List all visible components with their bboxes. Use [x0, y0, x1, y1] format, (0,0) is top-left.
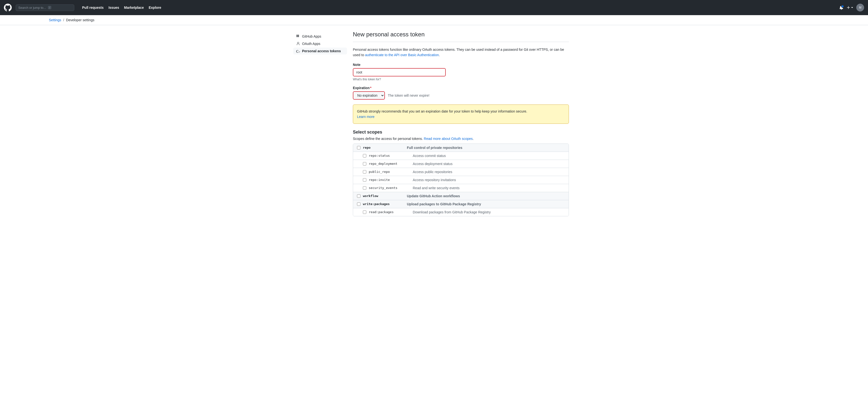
required-asterisk: * — [370, 86, 371, 90]
scope-checkbox-public-repo[interactable] — [363, 170, 366, 174]
scope-checkbox-repo-deployment[interactable] — [363, 162, 366, 166]
sidebar-item-personal-access-tokens-label: Personal access tokens — [302, 49, 341, 53]
description-part2: . — [439, 53, 440, 57]
title-divider — [353, 42, 569, 42]
topnav-right: M — [839, 4, 864, 11]
nav-marketplace[interactable]: Marketplace — [122, 5, 146, 10]
expiration-label: Expiration* — [353, 86, 569, 90]
breadcrumb-settings-link[interactable]: Settings — [49, 18, 61, 22]
scope-name-write-packages: write:packages — [363, 202, 407, 206]
scopes-table: repo Full control of private repositorie… — [353, 144, 569, 216]
sidebar-item-github-apps-label: GitHub Apps — [302, 34, 321, 38]
scope-desc-write-packages: Upload packages to GitHub Package Regist… — [407, 202, 481, 206]
sidebar-item-oauth-apps-label: OAuth Apps — [302, 42, 320, 46]
note-label: Note — [353, 63, 569, 67]
scope-desc-repo: Full control of private repositories — [407, 146, 462, 150]
scope-desc-repo-status: Access commit status — [413, 154, 446, 158]
scope-row-repo-status: repo:status Access commit status — [353, 152, 569, 160]
topnav-links: Pull requests Issues Marketplace Explore — [80, 5, 163, 10]
person-icon — [296, 42, 300, 46]
scope-checkbox-write-packages[interactable] — [357, 202, 361, 206]
notifications-button[interactable] — [839, 5, 843, 10]
key-icon — [296, 49, 300, 53]
scope-checkbox-repo-invite[interactable] — [363, 178, 366, 182]
warning-text: GitHub strongly recommends that you set … — [357, 109, 527, 113]
scope-desc-security-events: Read and write security events — [413, 186, 459, 190]
scope-name-repo-invite: repo:invite — [369, 178, 413, 182]
scopes-desc-part1: Scopes define the access for personal to… — [353, 137, 424, 141]
learn-more-link[interactable]: Learn more — [357, 115, 375, 119]
warning-box: GitHub strongly recommends that you set … — [353, 104, 569, 124]
note-form-group: Note What's this token for? — [353, 63, 569, 81]
expiration-select[interactable]: No expiration 7 days 30 days 60 days 90 … — [353, 91, 385, 100]
scope-name-read-packages: read:packages — [369, 210, 413, 214]
scope-row-repo: repo Full control of private repositorie… — [353, 144, 569, 152]
scope-row-security-events: security_events Read and write security … — [353, 184, 569, 192]
scope-row-public-repo: public_repo Access public repositories — [353, 168, 569, 176]
scope-name-repo: repo — [363, 146, 407, 149]
slash-shortcut: / — [48, 6, 51, 9]
breadcrumb: Settings / Developer settings — [0, 15, 868, 25]
scope-checkbox-workflow[interactable] — [357, 194, 361, 198]
nav-pull-requests[interactable]: Pull requests — [80, 5, 105, 10]
scope-checkbox-repo-status[interactable] — [363, 154, 366, 158]
scope-row-repo-deployment: repo_deployment Access deployment status — [353, 160, 569, 168]
breadcrumb-separator: / — [63, 18, 64, 22]
scopes-section: Select scopes Scopes define the access f… — [353, 130, 569, 216]
scope-name-repo-deployment: repo_deployment — [369, 162, 413, 166]
scope-checkbox-read-packages[interactable] — [363, 210, 366, 214]
scope-row-read-packages: read:packages Download packages from Git… — [353, 208, 569, 216]
breadcrumb-current: Developer settings — [66, 18, 94, 22]
sidebar-item-github-apps[interactable]: GitHub Apps — [293, 33, 347, 40]
search-placeholder-text: Search or jump to... — [18, 6, 46, 9]
expiration-form-group: Expiration* No expiration 7 days 30 days… — [353, 86, 569, 100]
scope-row-write-packages: write:packages Upload packages to GitHub… — [353, 200, 569, 208]
create-new-button[interactable] — [846, 6, 853, 9]
top-navigation: Search or jump to... / Pull requests Iss… — [0, 0, 868, 15]
auth-api-link[interactable]: authenticate to the API over Basic Authe… — [365, 53, 439, 57]
scope-desc-repo-deployment: Access deployment status — [413, 162, 453, 166]
page-title: New personal access token — [353, 31, 569, 38]
scope-name-security-events: security_events — [369, 186, 413, 190]
scope-name-public-repo: public_repo — [369, 170, 413, 174]
grid-icon — [296, 34, 300, 38]
scope-desc-public-repo: Access public repositories — [413, 170, 452, 174]
nav-explore[interactable]: Explore — [147, 5, 163, 10]
scopes-title: Select scopes — [353, 130, 569, 135]
scope-desc-workflow: Update GitHub Action workflows — [407, 194, 460, 198]
scope-checkbox-security-events[interactable] — [363, 186, 366, 190]
github-logo[interactable] — [4, 4, 12, 11]
main-content: New personal access token Personal acces… — [347, 31, 575, 216]
oauth-scopes-link[interactable]: Read more about OAuth scopes — [424, 137, 473, 141]
scope-desc-read-packages: Download packages from GitHub Package Re… — [413, 210, 491, 214]
expiration-row: No expiration 7 days 30 days 60 days 90 … — [353, 91, 569, 100]
sidebar: GitHub Apps OAuth Apps Personal access t… — [293, 31, 347, 216]
scope-name-repo-status: repo:status — [369, 154, 413, 158]
scope-row-repo-invite: repo:invite Access repository invitation… — [353, 176, 569, 184]
search-box[interactable]: Search or jump to... / — [16, 4, 74, 11]
scope-checkbox-repo[interactable] — [357, 146, 361, 149]
nav-issues[interactable]: Issues — [106, 5, 121, 10]
description-text: Personal access tokens function like ord… — [353, 47, 569, 58]
scopes-description: Scopes define the access for personal to… — [353, 137, 569, 141]
scope-desc-repo-invite: Access repository invitations — [413, 178, 456, 182]
page-container: GitHub Apps OAuth Apps Personal access t… — [287, 25, 581, 222]
avatar[interactable]: M — [856, 4, 864, 11]
scope-name-workflow: workflow — [363, 194, 407, 198]
expiration-hint: The token will never expire! — [388, 94, 429, 97]
scopes-desc-part2: . — [473, 137, 473, 141]
scope-row-workflow: workflow Update GitHub Action workflows — [353, 192, 569, 200]
sidebar-item-oauth-apps[interactable]: OAuth Apps — [293, 40, 347, 47]
sidebar-item-personal-access-tokens[interactable]: Personal access tokens — [293, 47, 347, 55]
note-hint: What's this token for? — [353, 78, 569, 81]
note-input[interactable] — [353, 68, 446, 76]
